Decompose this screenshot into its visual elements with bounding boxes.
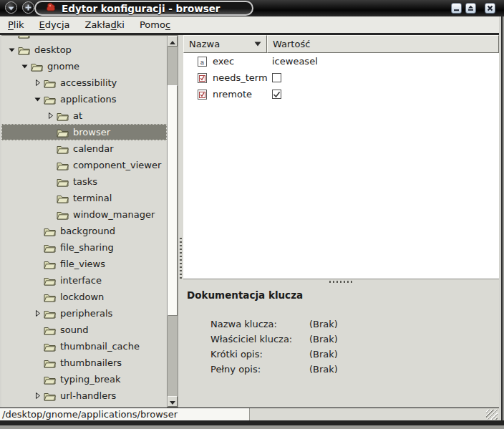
column-header-label: Nazwa [189,39,220,49]
tree-item-url-handlers[interactable]: url-handlers [1,387,167,404]
value-checkbox[interactable] [272,73,281,82]
folder-icon [44,243,56,253]
statusbar: /desktop/gnome/applications/browser [0,408,499,420]
menu-pomoc[interactable]: Pomoc [137,18,173,32]
status-right-section [250,408,499,420]
titlebar[interactable]: Edytor konfiguracji - browser [0,0,504,16]
horizontal-splitter-grip[interactable] [329,281,354,283]
menu-zakadki[interactable]: Zakładki [83,18,127,32]
tree-item-calendar[interactable]: calendar [1,140,167,157]
expander-expanded-icon[interactable] [7,45,16,54]
tree-item-label: file_views [60,259,105,269]
window-shade-button[interactable] [22,1,34,14]
key-row-exec[interactable]: aexeciceweasel [183,53,499,69]
tree-item-label: tasks [73,177,97,186]
expander-spacer [33,276,42,285]
column-header-warto[interactable]: Wartość [267,35,499,53]
arrow-down-icon [170,396,175,407]
close-button[interactable] [485,3,495,14]
expander-collapsed-icon[interactable] [33,309,42,318]
folder-icon [57,193,69,203]
scrollbar-thumb[interactable] [168,85,178,316]
key-row-needs_term[interactable]: needs_term [183,69,499,86]
value-checkbox[interactable] [272,90,281,99]
tree-item-gnome[interactable]: gnome [1,58,167,74]
tree-item-label: gnome [47,62,79,71]
tree-item-tasks[interactable]: tasks [1,173,167,190]
tree-item-label: applications [60,95,116,104]
tree-item-label: terminal [73,193,112,203]
tree-item-applications[interactable]: applications [1,91,167,107]
tree-item-label: at [73,111,82,120]
tree-item-label: accessibility [60,78,117,87]
tree-item-sound[interactable]: sound [1,322,167,338]
expander-spacer [7,35,16,38]
expander-spacer [33,375,42,384]
gconf-editor-window: Edytor konfiguracji - browser PlikEdycja… [0,0,504,429]
doc-field-value: (Brak) [309,334,338,344]
tree-item-lockdown[interactable]: lockdown [1,289,167,305]
scrollbar-up-button[interactable] [168,36,178,47]
folder-icon [57,160,69,170]
vertical-splitter[interactable] [178,35,183,408]
window-menu-button[interactable] [5,1,17,14]
title-tab[interactable]: Edytor konfiguracji - browser [34,1,253,16]
tree-item-at[interactable]: at [1,107,167,124]
maximize-button[interactable] [465,3,476,14]
expander-spacer [33,292,42,302]
folder-icon [18,45,30,55]
folder-icon [57,144,69,154]
tree-item-file_sharing[interactable]: file_sharing [1,239,167,256]
scrollbar-down-button[interactable] [168,396,178,407]
tree-item-window_manager[interactable]: window_manager [1,206,167,223]
arrow-up-icon [170,36,175,47]
folder-icon [18,35,30,39]
key-value-text: iceweasel [272,56,318,67]
tree-scrollbar[interactable] [167,35,178,408]
window-right-border [499,16,504,420]
folder-icon [44,375,56,385]
tree-item-typing_break[interactable]: typing_break [1,371,167,387]
tree-item-background[interactable]: background [1,223,167,239]
tree-item-desktop[interactable]: desktop [1,42,167,58]
expander-spacer [46,177,55,186]
tree-item-label: peripherals [60,309,112,318]
minimize-button[interactable] [451,3,462,14]
key-name: needs_term [213,72,268,83]
expander-expanded-icon[interactable] [33,95,42,104]
expander-spacer [46,127,55,137]
tree-item-terminal[interactable]: terminal [1,190,167,206]
tree-item-interface[interactable]: interface [1,272,167,289]
expander-spacer [46,210,55,219]
tree-item-component_viewer[interactable]: component_viewer [1,157,167,173]
expander-collapsed-icon[interactable] [33,391,42,400]
menu-plik[interactable]: Plik [6,18,26,32]
tree-item-label: browser [73,127,110,137]
folder-icon [44,342,56,352]
folder-icon [57,127,69,138]
vertical-splitter-grip[interactable] [180,238,182,279]
tree-item-label: interface [60,276,102,285]
expander-spacer [33,358,42,367]
expander-collapsed-icon[interactable] [46,111,55,120]
tree-item-label: url-handlers [60,391,116,400]
column-header-nazwa[interactable]: Nazwa [183,35,267,53]
maximize-icon [467,3,474,14]
tree-item-accessibility[interactable]: accessibility [1,74,167,91]
folder-icon [44,276,56,286]
tree-item-thumbnail_cache[interactable]: thumbnail_cache [1,338,167,355]
horizontal-splitter[interactable] [183,279,499,284]
resize-grip[interactable] [486,410,498,420]
folder-icon [57,210,69,220]
expander-collapsed-icon[interactable] [33,78,42,87]
tree-item-file_views[interactable]: file_views [1,256,167,272]
tree-item-peripherals[interactable]: peripherals [1,305,167,322]
expander-expanded-icon[interactable] [20,62,29,71]
tree-item-thumbnailers[interactable]: thumbnailers [1,355,167,371]
tree-item-browser[interactable]: browser [1,124,167,140]
menu-edycja[interactable]: Edycja [37,18,72,32]
key-row-nremote[interactable]: nremote [183,86,499,102]
folder-icon [44,78,56,88]
expander-spacer [33,325,42,334]
tree-item-clipped[interactable] [1,35,167,42]
